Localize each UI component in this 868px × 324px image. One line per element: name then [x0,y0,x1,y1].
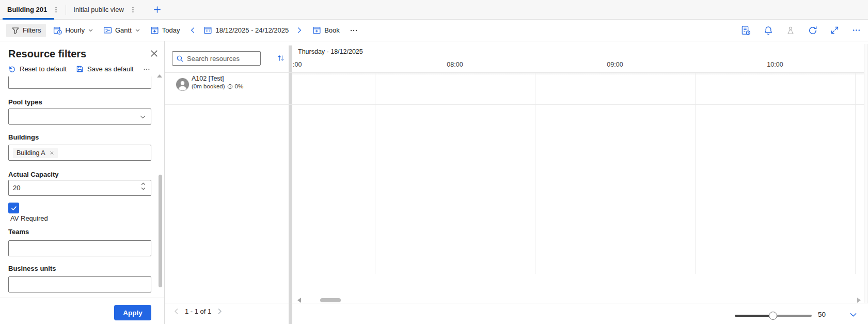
resource-booking-summary: (0m booked) 0% [192,83,243,89]
scrolled-filter-field[interactable] [8,76,151,89]
pool-types-label: Pool types [8,98,42,106]
today-button[interactable]: Today [150,26,180,35]
page-next-icon[interactable] [216,308,223,315]
utilization-value: 0% [235,83,244,89]
resource-search-box [172,51,261,66]
zoom-slider-knob[interactable] [769,312,777,320]
number-stepper [139,182,148,191]
remove-tag-icon[interactable] [50,150,54,155]
grid-vertical-line [535,72,535,274]
booking-requirements-button[interactable] [741,25,751,35]
tab-initial-public-view[interactable]: Initial public view [66,0,143,20]
resource-row-divider [165,104,864,105]
requirements-panel-icon [741,25,751,35]
av-required-checkbox[interactable] [8,203,19,213]
building-a-tag: Building A [13,148,58,158]
tag-label: Building A [17,149,45,157]
toolbar: Filters Hourly Gantt Today 18/12/2025 - … [0,20,868,41]
hscroll-left-arrow[interactable] [297,298,301,303]
tab-more-icon[interactable] [129,5,137,14]
scale-selector-hourly[interactable]: Hourly [53,26,93,35]
stepper-up-icon[interactable] [139,182,148,186]
resource-name[interactable]: A102 [Test] [192,75,224,82]
business-units-field[interactable] [8,276,151,292]
tab-bar: Building 201 Initial public view [0,0,868,20]
close-panel-button[interactable] [149,48,160,59]
book-label: Book [324,26,340,34]
main-area: Resource filters Reset to default Save a… [0,41,868,324]
pane-bottom-divider [165,303,868,303]
grid-vertical-scrollbar[interactable] [864,44,867,303]
grid-vertical-line [695,72,696,274]
panel-scroll-up-arrow[interactable] [157,74,162,78]
expand-button[interactable] [830,26,839,35]
previous-period-button[interactable] [190,27,196,34]
reset-label: Reset to default [20,65,67,73]
filter-actions: Reset to default Save as default [8,65,150,73]
map-view-button[interactable] [786,26,795,35]
pool-types-dropdown[interactable] [8,109,151,125]
refresh-icon [808,26,817,35]
stepper-down-icon[interactable] [139,187,148,191]
resource-list-pane: A102 [Test] (0m booked) 0% [165,41,289,324]
filters-button[interactable]: Filters [6,24,46,37]
schedule-grid[interactable]: Thursday - 18/12/2025 :00 08:00 09:00 10… [292,41,864,324]
save-as-default-button[interactable]: Save as default [76,65,134,73]
person-icon [176,78,189,91]
notifications-button[interactable] [764,26,773,35]
more-icon [143,66,150,73]
map-view-icon [786,26,795,35]
save-icon [76,65,84,73]
more-options-button[interactable] [852,26,861,35]
filter-more-button[interactable] [143,66,150,73]
chevron-left-icon [190,27,196,34]
bell-icon [764,26,773,35]
zoom-value: 50 [818,311,826,318]
time-label: 09:00 [602,61,628,68]
grid-vertical-line [855,72,856,274]
pagination-text: 1 - 1 of 1 [185,307,211,315]
sort-arrows-icon [277,54,285,63]
hscroll-thumb[interactable] [320,298,341,302]
list-header-divider [165,72,864,73]
clock-icon [227,84,233,89]
search-resources-input[interactable] [187,55,257,63]
tab-building-201[interactable]: Building 201 [0,0,66,20]
gantt-view-icon [103,26,112,35]
calendar-icon [203,26,212,35]
resource-avatar [176,78,189,91]
panel-title: Resource filters [8,48,86,60]
date-range-picker[interactable]: 18/12/2025 - 24/12/2025 [203,26,289,35]
more-icon [852,26,861,35]
sort-resources-button[interactable] [277,54,285,63]
chevron-down-icon [135,27,140,33]
teams-field[interactable] [8,240,151,256]
next-period-button[interactable] [296,27,303,34]
booked-label: (0m booked) [192,83,225,89]
page-previous-icon[interactable] [173,308,180,315]
actual-capacity-input[interactable] [13,184,147,192]
rows-scrollbar-strip[interactable] [289,45,292,324]
add-tab-button[interactable] [152,4,163,15]
date-range-label: 18/12/2025 - 24/12/2025 [215,26,289,34]
buildings-field[interactable]: Building A [8,145,151,161]
time-label: :00 [293,61,302,68]
book-button[interactable]: Book [312,26,340,35]
apply-button[interactable]: Apply [114,305,151,320]
today-label: Today [162,26,180,34]
expand-icon [830,26,839,35]
hscroll-right-arrow[interactable] [857,298,861,303]
toolbar-overflow-button[interactable] [350,26,358,35]
tab-more-icon[interactable] [52,5,60,14]
reset-to-default-button[interactable]: Reset to default [8,65,67,73]
resource-filters-panel: Resource filters Reset to default Save a… [0,41,165,324]
panel-scrollbar-thumb[interactable] [159,175,162,287]
business-units-label: Business units [8,265,56,272]
actual-capacity-label: Actual Capacity [8,171,59,178]
filters-label: Filters [23,26,41,34]
view-selector-gantt[interactable]: Gantt [103,26,140,35]
time-label: 10:00 [762,61,788,68]
tab-label: Initial public view [73,6,124,13]
zoom-chevron-down-icon[interactable] [849,311,857,319]
refresh-button[interactable] [808,26,817,35]
